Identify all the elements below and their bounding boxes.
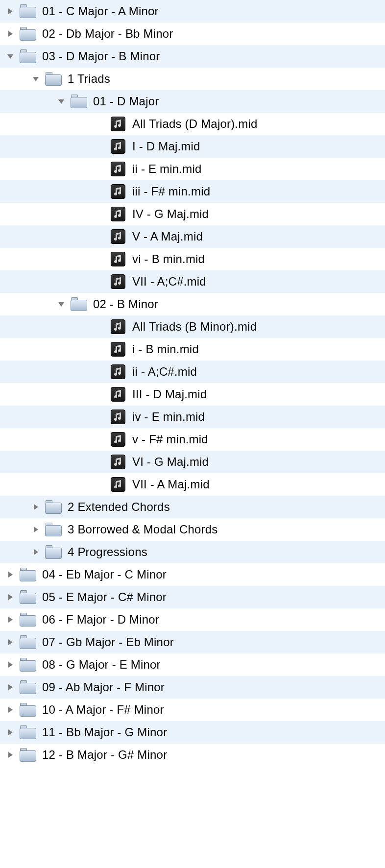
tree-file-row[interactable]: iv - E min.mid [0, 406, 385, 428]
tree-file-row[interactable]: VII - A;C#.mid [0, 270, 385, 293]
tree-file-row[interactable]: ii - A;C#.mid [0, 361, 385, 383]
tree-folder-row[interactable]: 1 Triads [0, 68, 385, 90]
folder-icon [20, 725, 36, 739]
tree-file-row[interactable]: All Triads (D Major).mid [0, 113, 385, 135]
indent-spacer [6, 439, 111, 440]
disclosure-triangle-icon[interactable] [6, 52, 15, 61]
music-file-icon [111, 319, 125, 334]
file-label: iv - E min.mid [132, 410, 205, 424]
music-file-icon [111, 207, 125, 221]
tree-folder-row[interactable]: 07 - Gb Major - Eb Minor [0, 631, 385, 653]
indent-spacer [6, 214, 111, 215]
disclosure-triangle-icon[interactable] [31, 525, 40, 534]
folder-label: 1 Triads [68, 72, 110, 86]
music-file-icon [111, 410, 125, 424]
tree-folder-row[interactable]: 12 - B Major - G# Minor [0, 744, 385, 766]
tree-folder-row[interactable]: 09 - Ab Major - F Minor [0, 676, 385, 699]
music-file-icon [111, 117, 125, 131]
file-label: iii - F# min.mid [132, 185, 210, 198]
disclosure-triangle-icon[interactable] [6, 705, 15, 714]
svg-marker-8 [34, 549, 38, 555]
folder-icon [20, 748, 36, 762]
folder-icon [45, 72, 62, 86]
tree-file-row[interactable]: v - F# min.mid [0, 428, 385, 451]
indent-spacer [6, 372, 111, 372]
disclosure-triangle-icon[interactable] [57, 300, 66, 309]
svg-marker-7 [34, 527, 38, 532]
svg-marker-6 [34, 504, 38, 510]
svg-marker-3 [33, 77, 39, 81]
folder-icon [45, 523, 62, 536]
tree-folder-row[interactable]: 02 - B Minor [0, 293, 385, 315]
disclosure-triangle-icon[interactable] [31, 503, 40, 511]
disclosure-triangle-icon[interactable] [6, 683, 15, 692]
tree-file-row[interactable]: iii - F# min.mid [0, 180, 385, 203]
disclosure-triangle-icon[interactable] [6, 660, 15, 669]
tree-folder-row[interactable]: 06 - F Major - D Minor [0, 608, 385, 631]
tree-folder-row[interactable]: 4 Progressions [0, 541, 385, 563]
indent-spacer [6, 462, 111, 462]
tree-folder-row[interactable]: 01 - D Major [0, 90, 385, 113]
file-label: III - D Maj.mid [132, 387, 207, 401]
svg-marker-13 [8, 662, 13, 668]
tree-folder-row[interactable]: 05 - E Major - C# Minor [0, 586, 385, 608]
tree-folder-row[interactable]: 02 - Db Major - Bb Minor [0, 23, 385, 45]
tree-file-row[interactable]: IV - G Maj.mid [0, 203, 385, 225]
svg-marker-5 [58, 302, 64, 307]
folder-label: 02 - Db Major - Bb Minor [42, 27, 173, 41]
folder-icon [71, 297, 87, 311]
svg-marker-17 [8, 752, 13, 758]
tree-file-row[interactable]: VI - G Maj.mid [0, 451, 385, 473]
tree-file-row[interactable]: I - D Maj.mid [0, 135, 385, 158]
svg-marker-4 [58, 99, 64, 104]
disclosure-triangle-icon[interactable] [57, 97, 66, 106]
folder-icon [20, 613, 36, 627]
disclosure-triangle-icon[interactable] [6, 593, 15, 602]
tree-folder-row[interactable]: 11 - Bb Major - G Minor [0, 721, 385, 744]
tree-folder-row[interactable]: 03 - D Major - B Minor [0, 45, 385, 68]
tree-file-row[interactable]: III - D Maj.mid [0, 383, 385, 406]
tree-folder-row[interactable]: 3 Borrowed & Modal Chords [0, 518, 385, 541]
svg-marker-2 [7, 54, 13, 59]
folder-icon [20, 568, 36, 581]
svg-marker-12 [8, 639, 13, 645]
file-label: VII - A;C#.mid [132, 275, 206, 289]
file-label: ii - A;C#.mid [132, 365, 197, 379]
disclosure-triangle-icon[interactable] [6, 638, 15, 647]
disclosure-triangle-icon[interactable] [6, 615, 15, 624]
music-file-icon [111, 162, 125, 176]
folder-icon [20, 49, 36, 63]
folder-label: 01 - D Major [93, 95, 159, 108]
disclosure-triangle-icon[interactable] [6, 570, 15, 579]
tree-file-row[interactable]: vi - B min.mid [0, 248, 385, 270]
folder-label: 4 Progressions [68, 545, 147, 559]
tree-folder-row[interactable]: 10 - A Major - F# Minor [0, 699, 385, 721]
file-label: All Triads (B Minor).mid [132, 320, 257, 334]
tree-folder-row[interactable]: 01 - C Major - A Minor [0, 0, 385, 23]
disclosure-triangle-icon[interactable] [6, 7, 15, 16]
music-file-icon [111, 387, 125, 402]
tree-folder-row[interactable]: 08 - G Major - E Minor [0, 653, 385, 676]
tree-file-row[interactable]: All Triads (B Minor).mid [0, 315, 385, 338]
disclosure-triangle-icon[interactable] [31, 74, 40, 83]
tree-file-row[interactable]: V - A Maj.mid [0, 225, 385, 248]
file-label: ii - E min.mid [132, 162, 201, 176]
disclosure-triangle-icon[interactable] [6, 29, 15, 38]
tree-file-row[interactable]: VII - A Maj.mid [0, 473, 385, 496]
file-label: vi - B min.mid [132, 252, 205, 266]
tree-folder-row[interactable]: 2 Extended Chords [0, 496, 385, 518]
disclosure-triangle-icon[interactable] [6, 728, 15, 737]
tree-file-row[interactable]: ii - E min.mid [0, 158, 385, 180]
music-file-icon [111, 184, 125, 199]
music-file-icon [111, 252, 125, 266]
tree-file-row[interactable]: i - B min.mid [0, 338, 385, 361]
folder-icon [20, 590, 36, 604]
indent-spacer [6, 79, 31, 79]
tree-folder-row[interactable]: 04 - Eb Major - C Minor [0, 563, 385, 586]
folder-icon [20, 4, 36, 18]
svg-marker-11 [8, 617, 13, 623]
disclosure-triangle-icon[interactable] [31, 548, 40, 556]
indent-spacer [6, 146, 111, 147]
music-file-icon [111, 477, 125, 492]
disclosure-triangle-icon[interactable] [6, 750, 15, 759]
